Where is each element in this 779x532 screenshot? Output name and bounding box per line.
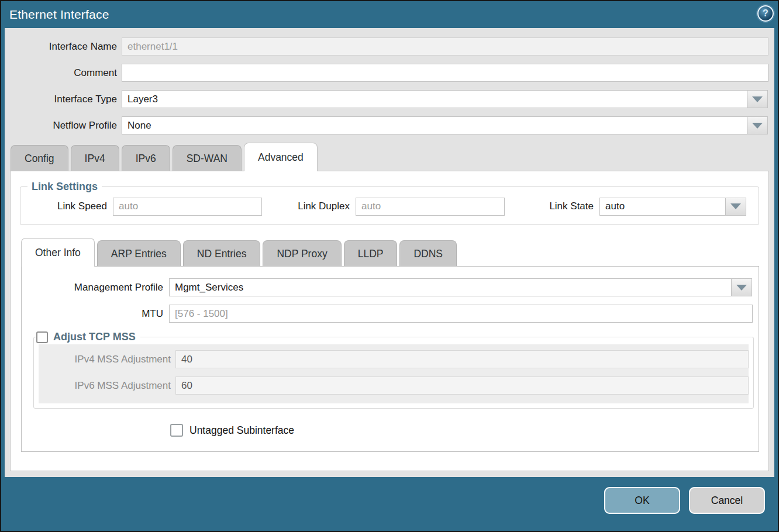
- mss-fields-area: IPv4 MSS Adjustment IPv6 MSS Adjustment: [39, 344, 749, 403]
- question-mark-glyph: ?: [763, 8, 768, 19]
- link-settings-fields: Link Speed Link Duplex Link State: [20, 196, 759, 217]
- tab-sd-wan[interactable]: SD-WAN: [173, 145, 242, 171]
- link-state-label: Link State: [505, 201, 594, 212]
- tab-arp-entries[interactable]: ARP Entries: [97, 240, 181, 266]
- tab-advanced[interactable]: Advanced: [244, 143, 318, 171]
- netflow-profile-value[interactable]: [122, 116, 747, 134]
- chevron-down-icon: [736, 285, 747, 291]
- mtu-input[interactable]: [169, 305, 753, 323]
- top-form: Interface Name Comment Interface Type Ne…: [5, 28, 774, 134]
- tab-ddns[interactable]: DDNS: [399, 240, 457, 266]
- ipv4-mss-row: IPv4 MSS Adjustment: [43, 350, 749, 368]
- ipv4-mss-input: [175, 350, 749, 368]
- adjust-tcp-mss-legend-text: Adjust TCP MSS: [53, 331, 136, 343]
- untagged-subinterface-checkbox[interactable]: [170, 424, 183, 437]
- comment-row: Comment: [5, 64, 774, 82]
- untagged-subinterface-label: Untagged Subinterface: [189, 424, 294, 437]
- link-duplex-input[interactable]: [356, 198, 505, 216]
- cancel-button[interactable]: Cancel: [689, 487, 765, 514]
- interface-name-input: [122, 37, 768, 56]
- chevron-down-icon: [752, 123, 763, 129]
- dialog-footer: OK Cancel: [1, 477, 778, 531]
- mtu-row: MTU: [22, 305, 759, 323]
- adjust-tcp-mss-fieldset: Adjust TCP MSS IPv4 MSS Adjustment IPv6 …: [33, 331, 754, 409]
- ethernet-interface-dialog: Ethernet Interface ? Interface Name Comm…: [0, 0, 779, 532]
- link-settings-legend: Link Settings: [27, 181, 102, 193]
- tab-ipv6[interactable]: IPv6: [122, 145, 170, 171]
- link-state-dropdown[interactable]: [599, 198, 746, 216]
- interface-type-value[interactable]: [122, 90, 747, 108]
- interface-name-row: Interface Name: [5, 37, 774, 56]
- interface-type-label: Interface Type: [5, 94, 117, 105]
- advanced-tab-panel: Link Settings Link Speed Link Duplex Lin…: [10, 171, 769, 471]
- interface-type-dropdown[interactable]: [122, 90, 768, 108]
- main-tab-bar: Config IPv4 IPv6 SD-WAN Advanced: [5, 143, 774, 171]
- dialog-content: Interface Name Comment Interface Type Ne…: [5, 28, 774, 477]
- tab-other-info[interactable]: Other Info: [21, 238, 95, 267]
- link-speed-label: Link Speed: [20, 201, 107, 212]
- management-profile-row: Management Profile: [22, 278, 759, 296]
- netflow-profile-dropdown[interactable]: [122, 116, 768, 134]
- untagged-subinterface-row: Untagged Subinterface: [170, 424, 759, 437]
- link-duplex-label: Link Duplex: [262, 201, 350, 212]
- netflow-profile-row: Netflow Profile: [5, 116, 774, 134]
- adjust-tcp-mss-legend: Adjust TCP MSS: [36, 331, 140, 343]
- link-state-dropdown-button[interactable]: [725, 198, 746, 216]
- comment-label: Comment: [5, 67, 117, 79]
- help-icon[interactable]: ?: [757, 5, 774, 22]
- management-profile-label: Management Profile: [22, 282, 163, 293]
- link-settings-fieldset: Link Settings Link Speed Link Duplex Lin…: [20, 181, 759, 225]
- management-profile-dropdown[interactable]: [169, 278, 752, 296]
- adjust-tcp-mss-checkbox[interactable]: [36, 331, 48, 343]
- link-state-value[interactable]: [599, 198, 726, 216]
- management-profile-value[interactable]: [169, 278, 732, 296]
- dialog-title: Ethernet Interface: [9, 8, 109, 22]
- ipv6-mss-input: [175, 376, 749, 395]
- netflow-profile-label: Netflow Profile: [5, 120, 117, 132]
- netflow-profile-dropdown-button[interactable]: [747, 116, 768, 134]
- sub-tab-bar: Other Info ARP Entries ND Entries NDP Pr…: [11, 238, 768, 266]
- ipv4-mss-label: IPv4 MSS Adjustment: [43, 354, 171, 365]
- tab-config[interactable]: Config: [11, 145, 68, 171]
- tab-nd-entries[interactable]: ND Entries: [183, 240, 261, 266]
- dialog-titlebar: Ethernet Interface ?: [1, 1, 778, 28]
- comment-input[interactable]: [122, 64, 768, 82]
- tab-lldp[interactable]: LLDP: [344, 240, 398, 266]
- interface-name-label: Interface Name: [5, 41, 117, 53]
- ipv6-mss-label: IPv6 MSS Adjustment: [43, 380, 171, 392]
- other-info-tab-panel: Management Profile MTU: [21, 266, 759, 452]
- interface-type-row: Interface Type: [5, 90, 774, 108]
- chevron-down-icon: [730, 203, 741, 209]
- tab-ipv4[interactable]: IPv4: [71, 145, 119, 171]
- link-speed-input[interactable]: [113, 198, 262, 216]
- tab-ndp-proxy[interactable]: NDP Proxy: [263, 240, 341, 266]
- ok-button[interactable]: OK: [604, 487, 680, 514]
- mtu-label: MTU: [22, 308, 163, 320]
- chevron-down-icon: [752, 96, 763, 102]
- management-profile-dropdown-button[interactable]: [731, 278, 752, 296]
- interface-type-dropdown-button[interactable]: [747, 90, 768, 108]
- ipv6-mss-row: IPv6 MSS Adjustment: [43, 376, 749, 395]
